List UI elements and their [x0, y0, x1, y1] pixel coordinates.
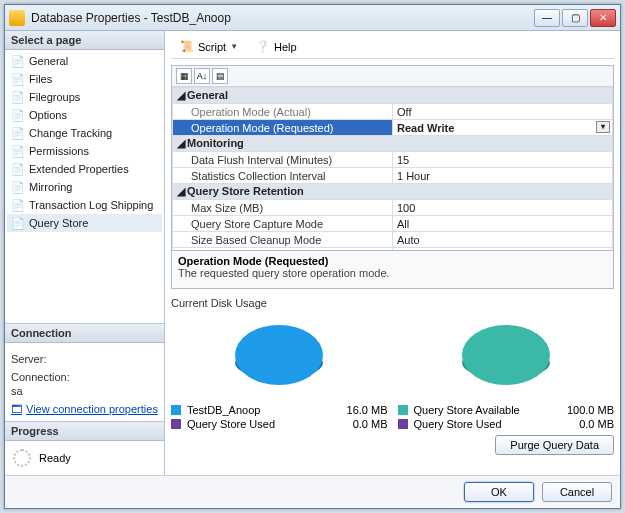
- page-icon: 📄: [11, 162, 25, 176]
- prop-value[interactable]: Auto: [393, 232, 613, 248]
- page-icon: 📄: [11, 144, 25, 158]
- page-icon: 📄: [11, 126, 25, 140]
- titlebar[interactable]: Database Properties - TestDB_Anoop — ▢ ✕: [5, 5, 620, 31]
- properties-icon: 🗔: [11, 403, 22, 415]
- pie-chart-query-store: [446, 313, 566, 403]
- disk-usage-title: Current Disk Usage: [171, 297, 614, 309]
- page-item-query-store[interactable]: 📄Query Store: [7, 214, 162, 232]
- categorized-button[interactable]: ▦: [176, 68, 192, 84]
- swatch-icon: [171, 405, 181, 415]
- prop-name: Statistics Collection Interval: [173, 168, 393, 184]
- close-button[interactable]: ✕: [590, 9, 616, 27]
- legend-label: Query Store Used: [187, 418, 324, 430]
- prop-row-cleanup-mode[interactable]: Size Based Cleanup ModeAuto: [173, 232, 613, 248]
- page-icon: 📄: [11, 180, 25, 194]
- prop-value[interactable]: All: [393, 216, 613, 232]
- collapse-icon[interactable]: ◢: [177, 137, 187, 150]
- dialog-window: Database Properties - TestDB_Anoop — ▢ ✕…: [4, 4, 621, 509]
- prop-row-stale-threshold[interactable]: Stale Query Threshold (Days)30: [173, 248, 613, 251]
- category-monitoring[interactable]: ◢Monitoring: [173, 136, 613, 152]
- help-label: Help: [274, 41, 297, 53]
- purge-query-data-button[interactable]: Purge Query Data: [495, 435, 614, 455]
- dropdown-button[interactable]: ▾: [596, 121, 610, 133]
- properties-button[interactable]: ▤: [212, 68, 228, 84]
- prop-row-flush-interval[interactable]: Data Flush Interval (Minutes)15: [173, 152, 613, 168]
- page-label: General: [29, 55, 68, 67]
- server-label: Server:: [11, 353, 158, 365]
- prop-row-op-mode-requested[interactable]: Operation Mode (Requested)Read Write▾: [173, 120, 613, 136]
- legend-label: TestDB_Anoop: [187, 404, 324, 416]
- script-label: Script: [198, 41, 226, 53]
- maximize-button[interactable]: ▢: [562, 9, 588, 27]
- page-label: Change Tracking: [29, 127, 112, 139]
- prop-name: Stale Query Threshold (Days): [173, 248, 393, 251]
- view-connection-properties-link[interactable]: 🗔 View connection properties: [11, 403, 158, 415]
- prop-value[interactable]: 100: [393, 200, 613, 216]
- script-icon: 📜: [180, 40, 194, 53]
- prop-name: Max Size (MB): [173, 200, 393, 216]
- select-page-header: Select a page: [5, 31, 164, 50]
- cancel-button[interactable]: Cancel: [542, 482, 612, 502]
- category-retention[interactable]: ◢Query Store Retention: [173, 184, 613, 200]
- swatch-icon: [398, 419, 408, 429]
- legend-label: Query Store Available: [414, 404, 551, 416]
- page-item-transaction-log-shipping[interactable]: 📄Transaction Log Shipping: [7, 196, 162, 214]
- page-icon: 📄: [11, 54, 25, 68]
- connection-header: Connection: [5, 324, 164, 343]
- sort-az-button[interactable]: A↓: [194, 68, 210, 84]
- page-label: Query Store: [29, 217, 88, 229]
- description-title: Operation Mode (Requested): [178, 255, 607, 267]
- legend-row: Query Store Used0.0 MB: [398, 417, 615, 431]
- collapse-icon[interactable]: ◢: [177, 185, 187, 198]
- ok-button[interactable]: OK: [464, 482, 534, 502]
- prop-name: Size Based Cleanup Mode: [173, 232, 393, 248]
- description-text: The requested query store operation mode…: [178, 267, 607, 279]
- category-general[interactable]: ◢General: [173, 88, 613, 104]
- property-description: Operation Mode (Requested) The requested…: [171, 251, 614, 289]
- page-label: Options: [29, 109, 67, 121]
- page-label: Extended Properties: [29, 163, 129, 175]
- pie-chart-database: [219, 313, 339, 403]
- legend-value: 100.0 MB: [556, 404, 614, 416]
- page-item-extended-properties[interactable]: 📄Extended Properties: [7, 160, 162, 178]
- page-item-options[interactable]: 📄Options: [7, 106, 162, 124]
- page-icon: 📄: [11, 90, 25, 104]
- legend-value: 16.0 MB: [330, 404, 388, 416]
- page-icon: 📄: [11, 72, 25, 86]
- prop-value[interactable]: 30: [393, 248, 613, 251]
- window-title: Database Properties - TestDB_Anoop: [31, 11, 534, 25]
- page-label: Transaction Log Shipping: [29, 199, 153, 211]
- dialog-footer: OK Cancel: [5, 475, 620, 508]
- prop-value[interactable]: Read Write▾: [393, 120, 613, 136]
- main-content: 📜Script▼ ❔Help ▦ A↓ ▤ ◢General Operation…: [165, 31, 620, 475]
- chevron-down-icon: ▼: [230, 42, 238, 51]
- prop-row-capture-mode[interactable]: Query Store Capture ModeAll: [173, 216, 613, 232]
- minimize-button[interactable]: —: [534, 9, 560, 27]
- collapse-icon[interactable]: ◢: [177, 89, 187, 102]
- page-item-change-tracking[interactable]: 📄Change Tracking: [7, 124, 162, 142]
- page-item-filegroups[interactable]: 📄Filegroups: [7, 88, 162, 106]
- page-item-permissions[interactable]: 📄Permissions: [7, 142, 162, 160]
- page-item-mirroring[interactable]: 📄Mirroring: [7, 178, 162, 196]
- page-icon: 📄: [11, 108, 25, 122]
- legend-value: 0.0 MB: [556, 418, 614, 430]
- prop-name: Operation Mode (Actual): [173, 104, 393, 120]
- legend-row: TestDB_Anoop16.0 MB: [171, 403, 388, 417]
- prop-row-stats-interval[interactable]: Statistics Collection Interval1 Hour: [173, 168, 613, 184]
- help-button[interactable]: ❔Help: [249, 37, 304, 56]
- prop-row-op-mode-actual[interactable]: Operation Mode (Actual)Off: [173, 104, 613, 120]
- page-item-general[interactable]: 📄General: [7, 52, 162, 70]
- prop-value[interactable]: 1 Hour: [393, 168, 613, 184]
- script-button[interactable]: 📜Script▼: [173, 37, 245, 56]
- page-icon: 📄: [11, 198, 25, 212]
- toolbar: 📜Script▼ ❔Help: [171, 35, 614, 59]
- page-label: Filegroups: [29, 91, 80, 103]
- prop-value[interactable]: 15: [393, 152, 613, 168]
- prop-value: Off: [393, 104, 613, 120]
- prop-row-max-size[interactable]: Max Size (MB)100: [173, 200, 613, 216]
- legend-row: Query Store Available100.0 MB: [398, 403, 615, 417]
- legend-row: Query Store Used0.0 MB: [171, 417, 388, 431]
- help-icon: ❔: [256, 40, 270, 53]
- progress-status: Ready: [39, 452, 71, 464]
- page-item-files[interactable]: 📄Files: [7, 70, 162, 88]
